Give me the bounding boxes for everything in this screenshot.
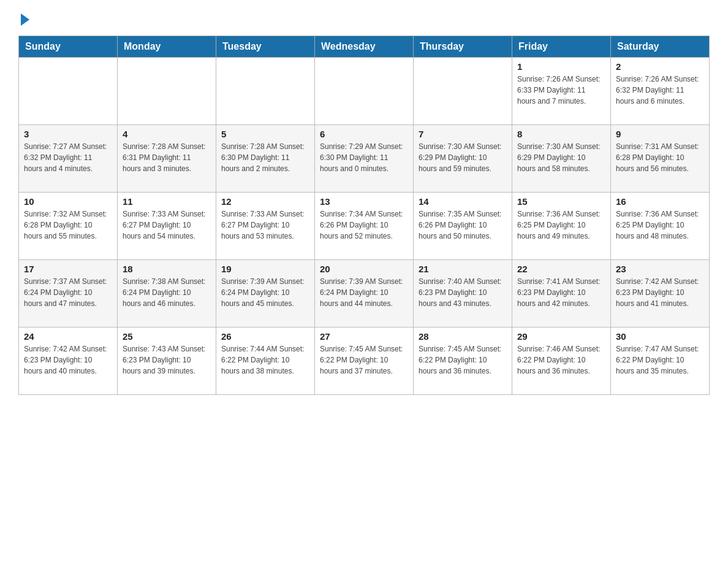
day-number: 26 — [221, 331, 309, 342]
calendar-week-row: 17Sunrise: 7:37 AM Sunset: 6:24 PM Dayli… — [19, 260, 710, 327]
calendar-cell: 14Sunrise: 7:35 AM Sunset: 6:26 PM Dayli… — [414, 193, 512, 260]
day-info: Sunrise: 7:34 AM Sunset: 6:26 PM Dayligh… — [320, 209, 408, 242]
calendar-cell — [414, 58, 512, 125]
weekday-header-monday: Monday — [118, 36, 216, 58]
weekday-header-saturday: Saturday — [611, 36, 710, 58]
calendar-cell: 11Sunrise: 7:33 AM Sunset: 6:27 PM Dayli… — [118, 193, 216, 260]
day-info: Sunrise: 7:30 AM Sunset: 6:29 PM Dayligh… — [419, 141, 507, 174]
day-number: 22 — [517, 264, 605, 274]
day-info: Sunrise: 7:26 AM Sunset: 6:33 PM Dayligh… — [517, 74, 605, 107]
calendar-cell: 2Sunrise: 7:26 AM Sunset: 6:32 PM Daylig… — [611, 58, 710, 125]
calendar-cell — [19, 58, 118, 125]
day-number: 8 — [517, 129, 605, 139]
day-number: 1 — [517, 61, 605, 72]
day-number: 29 — [517, 331, 605, 342]
day-number: 28 — [419, 331, 507, 342]
day-info: Sunrise: 7:33 AM Sunset: 6:27 PM Dayligh… — [221, 209, 309, 242]
calendar-week-row: 3Sunrise: 7:27 AM Sunset: 6:32 PM Daylig… — [19, 125, 710, 193]
day-number: 17 — [24, 264, 112, 274]
day-info: Sunrise: 7:29 AM Sunset: 6:30 PM Dayligh… — [320, 141, 408, 174]
calendar-cell: 1Sunrise: 7:26 AM Sunset: 6:33 PM Daylig… — [512, 58, 611, 125]
weekday-header-sunday: Sunday — [19, 36, 118, 58]
day-info: Sunrise: 7:38 AM Sunset: 6:24 PM Dayligh… — [123, 276, 211, 309]
day-info: Sunrise: 7:27 AM Sunset: 6:32 PM Dayligh… — [24, 141, 112, 174]
day-info: Sunrise: 7:45 AM Sunset: 6:22 PM Dayligh… — [419, 343, 507, 377]
weekday-header-tuesday: Tuesday — [216, 36, 315, 58]
calendar-cell: 8Sunrise: 7:30 AM Sunset: 6:29 PM Daylig… — [512, 125, 611, 193]
calendar-cell: 15Sunrise: 7:36 AM Sunset: 6:25 PM Dayli… — [512, 193, 611, 260]
day-number: 24 — [24, 331, 112, 342]
calendar-cell: 30Sunrise: 7:47 AM Sunset: 6:22 PM Dayli… — [611, 327, 710, 395]
day-number: 6 — [320, 129, 408, 139]
day-number: 27 — [320, 331, 408, 342]
day-info: Sunrise: 7:42 AM Sunset: 6:23 PM Dayligh… — [616, 276, 704, 309]
day-number: 11 — [123, 196, 211, 207]
day-info: Sunrise: 7:41 AM Sunset: 6:23 PM Dayligh… — [517, 276, 605, 309]
day-info: Sunrise: 7:26 AM Sunset: 6:32 PM Dayligh… — [616, 74, 704, 107]
weekday-header-thursday: Thursday — [414, 36, 512, 58]
calendar-cell: 25Sunrise: 7:43 AM Sunset: 6:23 PM Dayli… — [118, 327, 216, 395]
day-number: 21 — [419, 264, 507, 274]
calendar-cell: 17Sunrise: 7:37 AM Sunset: 6:24 PM Dayli… — [19, 260, 118, 327]
day-info: Sunrise: 7:39 AM Sunset: 6:24 PM Dayligh… — [221, 276, 309, 309]
calendar-cell: 5Sunrise: 7:28 AM Sunset: 6:30 PM Daylig… — [216, 125, 315, 193]
calendar-cell: 29Sunrise: 7:46 AM Sunset: 6:22 PM Dayli… — [512, 327, 611, 395]
calendar-week-row: 10Sunrise: 7:32 AM Sunset: 6:28 PM Dayli… — [19, 193, 710, 260]
calendar-cell: 16Sunrise: 7:36 AM Sunset: 6:25 PM Dayli… — [611, 193, 710, 260]
day-info: Sunrise: 7:40 AM Sunset: 6:23 PM Dayligh… — [419, 276, 507, 309]
day-number: 23 — [616, 264, 704, 274]
calendar-cell: 20Sunrise: 7:39 AM Sunset: 6:24 PM Dayli… — [315, 260, 414, 327]
day-info: Sunrise: 7:33 AM Sunset: 6:27 PM Dayligh… — [123, 209, 211, 242]
day-info: Sunrise: 7:28 AM Sunset: 6:30 PM Dayligh… — [221, 141, 309, 174]
calendar-cell: 21Sunrise: 7:40 AM Sunset: 6:23 PM Dayli… — [414, 260, 512, 327]
weekday-header-friday: Friday — [512, 36, 611, 58]
day-info: Sunrise: 7:46 AM Sunset: 6:22 PM Dayligh… — [517, 343, 605, 377]
calendar-week-row: 1Sunrise: 7:26 AM Sunset: 6:33 PM Daylig… — [19, 58, 710, 125]
calendar-week-row: 24Sunrise: 7:42 AM Sunset: 6:23 PM Dayli… — [19, 327, 710, 395]
day-number: 30 — [616, 331, 704, 342]
calendar-cell — [315, 58, 414, 125]
day-info: Sunrise: 7:32 AM Sunset: 6:28 PM Dayligh… — [24, 209, 112, 242]
calendar-cell: 22Sunrise: 7:41 AM Sunset: 6:23 PM Dayli… — [512, 260, 611, 327]
calendar-cell: 4Sunrise: 7:28 AM Sunset: 6:31 PM Daylig… — [118, 125, 216, 193]
day-number: 9 — [616, 129, 704, 139]
day-info: Sunrise: 7:37 AM Sunset: 6:24 PM Dayligh… — [24, 276, 112, 309]
calendar-cell: 23Sunrise: 7:42 AM Sunset: 6:23 PM Dayli… — [611, 260, 710, 327]
day-number: 16 — [616, 196, 704, 207]
calendar-cell: 27Sunrise: 7:45 AM Sunset: 6:22 PM Dayli… — [315, 327, 414, 395]
day-number: 19 — [221, 264, 309, 274]
day-number: 13 — [320, 196, 408, 207]
day-number: 20 — [320, 264, 408, 274]
calendar-cell: 28Sunrise: 7:45 AM Sunset: 6:22 PM Dayli… — [414, 327, 512, 395]
calendar-cell: 6Sunrise: 7:29 AM Sunset: 6:30 PM Daylig… — [315, 125, 414, 193]
calendar-cell: 9Sunrise: 7:31 AM Sunset: 6:28 PM Daylig… — [611, 125, 710, 193]
day-info: Sunrise: 7:36 AM Sunset: 6:25 PM Dayligh… — [616, 209, 704, 242]
calendar-cell: 18Sunrise: 7:38 AM Sunset: 6:24 PM Dayli… — [118, 260, 216, 327]
calendar-cell — [118, 58, 216, 125]
calendar-cell: 12Sunrise: 7:33 AM Sunset: 6:27 PM Dayli… — [216, 193, 315, 260]
day-info: Sunrise: 7:35 AM Sunset: 6:26 PM Dayligh… — [419, 209, 507, 242]
day-info: Sunrise: 7:28 AM Sunset: 6:31 PM Dayligh… — [123, 141, 211, 174]
day-info: Sunrise: 7:47 AM Sunset: 6:22 PM Dayligh… — [616, 343, 704, 377]
calendar-cell: 26Sunrise: 7:44 AM Sunset: 6:22 PM Dayli… — [216, 327, 315, 395]
day-info: Sunrise: 7:44 AM Sunset: 6:22 PM Dayligh… — [221, 343, 309, 377]
day-number: 12 — [221, 196, 309, 207]
day-number: 10 — [24, 196, 112, 207]
calendar-table: SundayMondayTuesdayWednesdayThursdayFrid… — [18, 36, 710, 395]
calendar-cell: 10Sunrise: 7:32 AM Sunset: 6:28 PM Dayli… — [19, 193, 118, 260]
day-info: Sunrise: 7:42 AM Sunset: 6:23 PM Dayligh… — [24, 343, 112, 377]
calendar-cell: 24Sunrise: 7:42 AM Sunset: 6:23 PM Dayli… — [19, 327, 118, 395]
day-number: 14 — [419, 196, 507, 207]
calendar-cell: 7Sunrise: 7:30 AM Sunset: 6:29 PM Daylig… — [414, 125, 512, 193]
calendar-cell: 19Sunrise: 7:39 AM Sunset: 6:24 PM Dayli… — [216, 260, 315, 327]
day-info: Sunrise: 7:39 AM Sunset: 6:24 PM Dayligh… — [320, 276, 408, 309]
logo — [18, 12, 29, 26]
day-info: Sunrise: 7:36 AM Sunset: 6:25 PM Dayligh… — [517, 209, 605, 242]
day-info: Sunrise: 7:31 AM Sunset: 6:28 PM Dayligh… — [616, 141, 704, 174]
day-info: Sunrise: 7:43 AM Sunset: 6:23 PM Dayligh… — [123, 343, 211, 377]
day-number: 5 — [221, 129, 309, 139]
calendar-cell: 3Sunrise: 7:27 AM Sunset: 6:32 PM Daylig… — [19, 125, 118, 193]
day-number: 15 — [517, 196, 605, 207]
day-number: 3 — [24, 129, 112, 139]
logo-arrow-icon — [21, 13, 29, 26]
